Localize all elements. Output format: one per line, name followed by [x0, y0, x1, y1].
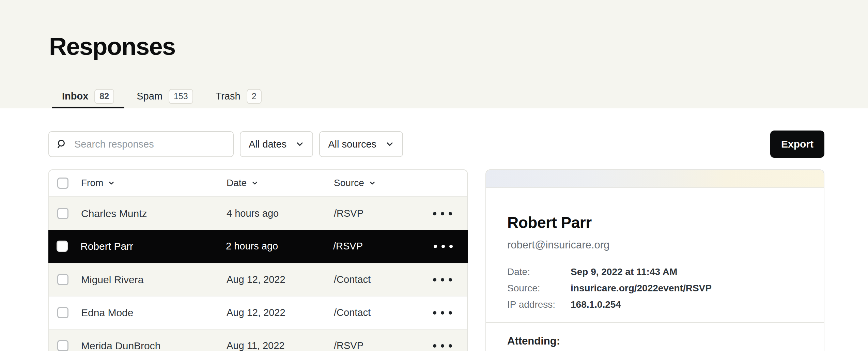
detail-meta-value: Sep 9, 2022 at 11:43 AM — [571, 267, 803, 277]
chevron-down-icon — [108, 180, 115, 186]
detail-meta-label: Date: — [507, 267, 571, 277]
tab-count-badge: 82 — [94, 89, 114, 104]
page-title: Responses — [49, 34, 175, 59]
page-header: Responses Inbox 82 Spam 153 Trash 2 — [0, 0, 868, 108]
row-checkbox[interactable] — [57, 307, 68, 318]
row-checkbox-cell — [49, 274, 81, 285]
row-checkbox[interactable] — [57, 241, 68, 252]
row-checkbox-cell — [48, 241, 80, 252]
row-checkbox-cell — [49, 208, 81, 219]
row-date: 2 hours ago — [226, 241, 333, 252]
table-row[interactable]: Miguel Rivera Aug 12, 2022 /Contact — [49, 263, 467, 296]
table-row[interactable]: Charles Muntz 4 hours ago /RSVP — [49, 197, 467, 230]
row-source: /RSVP — [334, 208, 416, 219]
date-filter-dropdown[interactable]: All dates — [240, 131, 313, 157]
detail-meta: Date: Sep 9, 2022 at 11:43 AM Source: in… — [507, 267, 803, 310]
row-from-name: Robert Parr — [80, 241, 226, 252]
tab-count-badge: 153 — [169, 89, 193, 104]
detail-body: Robert Parr robert@insuricare.org Date: … — [486, 214, 824, 347]
column-header-label: Source — [334, 178, 364, 188]
column-header-label: From — [81, 178, 103, 188]
more-options-icon[interactable] — [434, 243, 453, 250]
responses-table: From Date Source — [48, 169, 468, 351]
tab-count-badge: 2 — [247, 89, 262, 104]
more-options-icon[interactable] — [433, 276, 452, 284]
row-from-name: Edna Mode — [81, 307, 227, 319]
responses-page: Responses Inbox 82 Spam 153 Trash 2 — [0, 0, 868, 351]
detail-meta-label: Source: — [507, 283, 571, 293]
search-input[interactable] — [74, 138, 226, 150]
row-checkbox[interactable] — [57, 274, 68, 285]
detail-divider — [486, 322, 824, 323]
row-source: /RSVP — [334, 340, 416, 351]
mailbox-tab[interactable]: Inbox 82 — [52, 86, 124, 108]
source-filter-label: All sources — [328, 139, 376, 150]
table-row[interactable]: Edna Mode Aug 12, 2022 /Contact — [49, 296, 467, 329]
chevron-down-icon — [295, 140, 304, 149]
row-date: Aug 11, 2022 — [227, 340, 334, 351]
row-checkbox[interactable] — [57, 340, 68, 351]
row-date: Aug 12, 2022 — [227, 307, 334, 318]
mailbox-tab[interactable]: Spam 153 — [126, 86, 203, 108]
detail-meta-value: 168.1.0.254 — [571, 300, 803, 310]
mailbox-tabs: Inbox 82 Spam 153 Trash 2 — [52, 86, 272, 108]
search-icon — [57, 139, 67, 149]
row-checkbox-cell — [49, 340, 81, 351]
tab-label: Trash — [216, 91, 241, 102]
response-detail-panel: Robert Parr robert@insuricare.org Date: … — [485, 169, 824, 351]
table-header-row: From Date Source — [49, 170, 467, 197]
chevron-down-icon — [385, 140, 394, 149]
row-source: /Contact — [334, 274, 416, 285]
row-date: 4 hours ago — [227, 208, 334, 219]
column-header-label: Date — [227, 178, 247, 188]
toolbar: All dates All sources Export — [48, 131, 824, 158]
row-from-name: Miguel Rivera — [81, 274, 227, 286]
column-header-from[interactable]: From — [81, 178, 227, 188]
more-options-icon[interactable] — [433, 342, 452, 350]
column-header-source[interactable]: Source — [334, 178, 416, 188]
detail-meta-value: insuricare.org/2022event/RSVP — [571, 283, 803, 293]
row-source: /RSVP — [333, 241, 415, 252]
export-button[interactable]: Export — [770, 131, 824, 158]
header-checkbox-cell — [49, 178, 81, 189]
detail-meta-label: IP address: — [507, 300, 571, 310]
table-row[interactable]: Robert Parr 2 hours ago /RSVP — [48, 230, 468, 263]
row-checkbox[interactable] — [57, 208, 68, 219]
table-row[interactable]: Merida DunBroch Aug 11, 2022 /RSVP — [49, 329, 467, 351]
tab-label: Spam — [137, 91, 162, 102]
more-options-icon[interactable] — [433, 210, 452, 217]
column-header-date[interactable]: Date — [227, 178, 334, 188]
mailbox-tab[interactable]: Trash 2 — [205, 86, 272, 108]
more-options-icon[interactable] — [433, 309, 452, 317]
detail-respondent-email: robert@insuricare.org — [507, 239, 803, 251]
chevron-down-icon — [369, 180, 376, 186]
row-checkbox-cell — [49, 307, 81, 318]
table-body: Charles Muntz 4 hours ago /RSVP Robert P… — [49, 197, 467, 351]
select-all-checkbox[interactable] — [57, 178, 68, 189]
row-from-name: Charles Muntz — [81, 208, 227, 219]
date-filter-label: All dates — [249, 139, 286, 150]
detail-respondent-name: Robert Parr — [507, 214, 803, 231]
chevron-down-icon — [251, 180, 258, 186]
search-box[interactable] — [48, 131, 234, 157]
detail-gradient-banner — [486, 170, 824, 188]
row-source: /Contact — [334, 307, 416, 318]
tab-label: Inbox — [62, 91, 88, 102]
row-date: Aug 12, 2022 — [227, 274, 334, 285]
source-filter-dropdown[interactable]: All sources — [319, 131, 403, 157]
row-from-name: Merida DunBroch — [81, 340, 227, 351]
detail-attending-heading: Attending: — [507, 335, 803, 347]
